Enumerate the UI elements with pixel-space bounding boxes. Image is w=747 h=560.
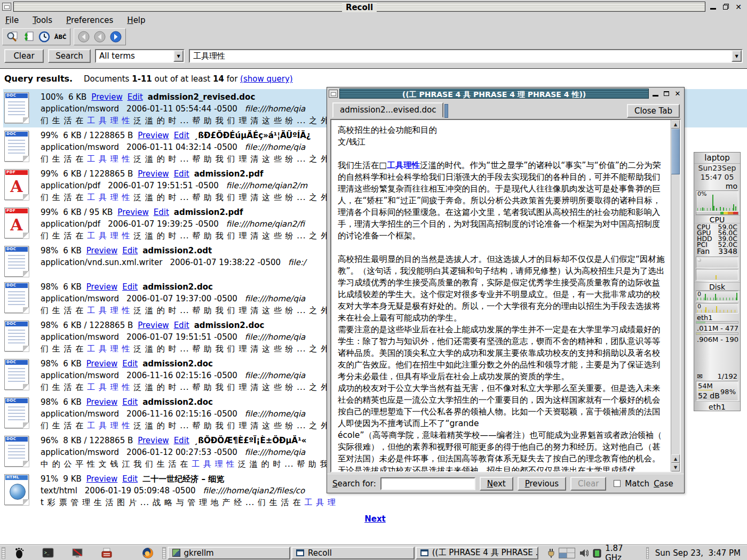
show-query-link[interactable]: (show query)	[240, 74, 293, 84]
edit-link[interactable]: Edit	[174, 169, 189, 179]
edit-link[interactable]: Edit	[128, 92, 143, 102]
edit-link[interactable]: Edit	[174, 436, 189, 445]
net-footer-label[interactable]: eth1	[694, 401, 740, 412]
maximize-button[interactable]	[662, 89, 671, 99]
task-button-gkrellm[interactable]: gkrellm	[168, 547, 291, 559]
file-type-label: DOC	[5, 398, 28, 403]
restore-button[interactable]	[720, 2, 731, 12]
results-outof-label: out of at least	[155, 74, 211, 84]
titlebar-grip[interactable]: ((工 PHRASE 4 具 PHRASE 4 理 PHRASE 4 性))	[339, 89, 649, 99]
disk-chart-2[interactable]: 0	[696, 303, 738, 314]
find-previous-button[interactable]: Previous	[518, 477, 566, 491]
page-fold	[23, 194, 29, 200]
volume-icon[interactable]	[579, 548, 589, 558]
edit-link[interactable]: Edit	[122, 282, 138, 292]
scrollbar-track[interactable]	[671, 174, 680, 454]
lock-screen-launcher[interactable]	[71, 547, 84, 559]
menu-file[interactable]: File	[5, 15, 19, 25]
preview-tab[interactable]: admission2...evised.doc	[332, 102, 443, 118]
scrollbar-thumb[interactable]	[671, 129, 680, 174]
preview-link[interactable]: Preview	[138, 131, 169, 140]
menu-tools[interactable]: Tools	[33, 15, 52, 25]
preview-link[interactable]: Preview	[86, 282, 117, 292]
cpu-chart[interactable]: 0%	[696, 190, 738, 212]
preview-link[interactable]: Preview	[86, 246, 117, 255]
firefox-launcher[interactable]	[141, 547, 154, 559]
window-menu-button[interactable]	[329, 90, 338, 98]
preview-link[interactable]: Preview	[86, 359, 117, 369]
scroll-up-icon[interactable]: ▲	[671, 120, 680, 129]
query-history-dropdown-icon[interactable]: ▼	[732, 50, 742, 62]
gkrellm-time: 15:47 05	[694, 173, 740, 182]
minimize-button[interactable]	[708, 2, 718, 12]
next-results-link[interactable]: Next	[364, 514, 386, 524]
clear-button[interactable]: Clear	[4, 49, 44, 63]
cpufreq-icon[interactable]	[592, 548, 601, 558]
net-interface-label[interactable]: eth1	[694, 314, 740, 321]
edit-link[interactable]: Edit	[122, 359, 138, 369]
search-input[interactable]	[190, 50, 732, 62]
cpu-section-label[interactable]: CPU	[694, 215, 740, 223]
preview-link[interactable]: Preview	[138, 169, 169, 179]
editor-launcher[interactable]	[100, 547, 113, 559]
preview-text-area[interactable]: 高校招生的社会功能和目的文/钱江我们生活在□工具理性泛滥的时代。作为“世之显学”…	[330, 119, 681, 473]
memory-used: 54M	[698, 382, 713, 390]
sort-button[interactable]	[21, 30, 36, 44]
gnome-menu-button[interactable]	[12, 547, 25, 559]
tasklist-handle[interactable]	[162, 547, 166, 559]
gkrellm-hostname[interactable]: laptop	[694, 153, 740, 164]
edit-link[interactable]: Edit	[174, 321, 189, 330]
preview-link[interactable]: Preview	[138, 436, 169, 445]
disk-chart-1[interactable]: 0	[696, 291, 738, 301]
preview-link[interactable]: Preview	[86, 474, 117, 484]
minimize-button[interactable]	[650, 89, 660, 99]
prev-page-button[interactable]	[92, 30, 107, 44]
task-button-recoll[interactable]: Recoll	[291, 547, 415, 559]
next-page-button[interactable]	[108, 30, 123, 44]
panel-handle[interactable]	[2, 547, 5, 559]
task-button-preview[interactable]: ((工 PHRASE 4 具 PHRASE ...	[416, 547, 539, 559]
workspace-pager[interactable]	[559, 548, 575, 558]
history-button[interactable]	[37, 30, 52, 44]
result-title: admission2.doc	[142, 359, 213, 369]
disk-section-label[interactable]: Disk	[694, 282, 740, 291]
close-tab-button[interactable]: Close Tab	[627, 104, 680, 118]
preview-find-input[interactable]	[380, 477, 475, 490]
edit-link[interactable]: Edit	[174, 131, 189, 140]
taskbar-clock[interactable]: Sun Sep 23, 3:47 PM	[652, 548, 747, 558]
close-button[interactable]: ✕	[733, 2, 744, 12]
preview-link[interactable]: Preview	[138, 321, 169, 330]
edit-link[interactable]: Edit	[122, 474, 138, 484]
search-mode-select[interactable]: All terms ▼	[95, 49, 185, 63]
preview-link[interactable]: Preview	[117, 207, 148, 217]
file-type-label: DOC	[5, 93, 28, 98]
terminal-launcher[interactable]: >_	[42, 547, 54, 559]
fan-chart[interactable]	[694, 255, 740, 282]
menu-preferences[interactable]: Preferences	[66, 15, 113, 25]
search-button[interactable]: Search	[48, 49, 91, 63]
preview-scrollbar[interactable]: ▲ ▲ ▼	[671, 120, 680, 471]
find-next-button[interactable]: Next	[480, 477, 513, 491]
advanced-search-button[interactable]	[5, 30, 20, 44]
slider-knob[interactable]	[697, 258, 701, 262]
scroll-up-icon[interactable]: ▲	[671, 454, 680, 463]
mail-monitor[interactable]: ✉ 1/192	[694, 371, 740, 381]
result-title: admission2.pdf	[194, 169, 264, 179]
chevron-down-icon[interactable]: ▼	[173, 50, 184, 62]
menu-help[interactable]: Help	[127, 15, 145, 25]
first-page-button[interactable]	[76, 30, 91, 44]
match-case-checkbox[interactable]	[614, 480, 621, 487]
titlebar-grip[interactable]: Recoll	[13, 2, 705, 12]
scroll-down-icon[interactable]: ▼	[671, 463, 680, 471]
find-clear-button[interactable]: Clear	[570, 477, 606, 491]
power-plug-icon[interactable]	[547, 548, 555, 558]
preview-link[interactable]: Preview	[91, 92, 122, 102]
memory-meter[interactable]: 54M 98% 52 dB	[696, 381, 738, 401]
close-button[interactable]: ✕	[673, 89, 682, 99]
spell-button[interactable]: ÅBĈ	[53, 30, 68, 44]
edit-link[interactable]: Edit	[154, 207, 169, 217]
window-menu-button[interactable]	[2, 3, 11, 11]
edit-link[interactable]: Edit	[122, 397, 138, 407]
preview-link[interactable]: Preview	[86, 397, 117, 407]
edit-link[interactable]: Edit	[122, 246, 138, 255]
